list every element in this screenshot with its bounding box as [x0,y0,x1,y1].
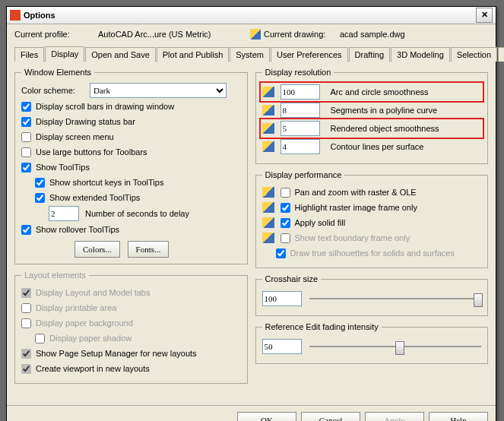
display-resolution-legend: Display resolution [262,68,334,77]
cb-page-setup-manager-label: Show Page Setup Manager for new layouts [36,349,197,358]
cb-largebuttons[interactable] [21,147,31,157]
layout-elements-legend: Layout elements [21,271,89,280]
cb-page-setup-manager[interactable] [21,349,31,359]
window-elements-group: Window Elements Color scheme: Dark Displ… [14,68,248,264]
display-performance-legend: Display performance [262,170,345,179]
crosshair-size-legend: Crosshair size [262,274,322,283]
cb-paper-background-label: Display paper background [36,318,133,328]
cb-rollover-tooltips-label: Show rollover ToolTips [36,225,119,234]
reference-edit-legend: Reference Edit fading intensity [262,322,382,331]
contour-lines-input[interactable] [281,139,320,154]
drawing-override-icon [262,87,274,97]
cb-pan-zoom[interactable] [281,188,290,198]
current-drawing-label: Current drawing: [264,30,340,39]
layout-elements-group: Layout elements Display Layout and Model… [14,271,248,384]
drawing-override-icon [262,187,274,198]
cb-tooltips-label: Show ToolTips [36,163,90,172]
color-scheme-label: Color scheme: [21,86,90,95]
tab-display[interactable]: Display [45,46,84,62]
tab-drafting[interactable]: Drafting [349,47,391,62]
cb-screenmenu-label: Display screen menu [36,132,114,141]
cb-silhouettes-label: Draw true silhouettes for solids and sur… [290,248,455,258]
tab-plot-publish[interactable]: Plot and Publish [157,47,230,62]
cb-rollover-tooltips[interactable] [21,225,31,235]
cb-text-frame-label: Show text boundary frame only [295,233,410,242]
tab-selection[interactable]: Selection [451,47,497,62]
segments-input[interactable] [281,103,320,118]
contour-lines-label: Contour lines per surface [331,142,424,151]
close-button[interactable]: ✕ [476,8,493,23]
current-profile-label: Current profile: [14,30,98,39]
refedit-fade-input[interactable] [262,339,302,354]
tabstrip: Files Display Open and Save Plot and Pub… [14,44,488,62]
cb-paper-shadow-label: Display paper shadow [49,334,132,343]
drawing-override-icon [262,105,274,116]
drawing-override-icon [262,123,274,134]
apply-button[interactable]: Apply [365,412,424,421]
tab-open-save[interactable]: Open and Save [85,47,155,62]
cb-shortcut-keys-label: Show shortcut keys in ToolTips [49,178,163,187]
cb-paper-shadow[interactable] [35,334,45,343]
cb-layout-model[interactable] [21,288,31,298]
cb-solid-fill-label: Apply solid fill [295,218,346,227]
tab-files[interactable]: Files [14,47,44,62]
cb-screenmenu[interactable] [21,132,31,142]
cb-text-frame[interactable] [281,233,290,243]
color-scheme-select[interactable]: Dark [90,83,227,98]
drawing-override-icon [262,202,274,213]
colors-button[interactable]: Colors... [74,241,120,258]
window-elements-legend: Window Elements [21,68,94,77]
drawing-override-icon [262,217,274,228]
tab-user-prefs[interactable]: User Preferences [271,47,348,62]
rendered-smoothness-label: Rendered object smoothness [331,124,439,133]
cb-scrollbars-label: Display scroll bars in drawing window [36,102,174,111]
tab-system[interactable]: System [230,47,270,62]
app-icon [10,10,21,21]
rendered-smoothness-input[interactable] [281,121,320,136]
cb-silhouettes[interactable] [276,248,286,258]
cb-shortcut-keys[interactable] [35,178,45,188]
tab-profiles[interactable]: Pro [498,47,504,62]
cb-solid-fill[interactable] [281,218,290,228]
tab-3d-modeling[interactable]: 3D Modeling [391,47,450,62]
fonts-button[interactable]: Fonts... [128,241,170,258]
cb-layout-model-label: Display Layout and Model tabs [36,288,150,297]
tooltip-delay-label: Number of seconds to delay [85,209,189,218]
crosshair-size-slider[interactable] [309,292,482,305]
current-drawing-value: acad sample.dwg [340,30,405,39]
drawing-override-icon [262,233,274,243]
titlebar: Options ✕ [7,7,496,24]
cancel-button[interactable]: Cancel [301,412,360,421]
arc-smoothness-label: Arc and circle smoothness [331,87,429,97]
display-resolution-group: Display resolution Arc and circle smooth… [255,68,489,164]
dialog-buttons: OK Cancel Apply Help [7,405,496,421]
cb-highlight-raster[interactable] [281,203,290,213]
cb-statusbar[interactable] [21,117,31,127]
display-performance-group: Display performance Pan and zoom with ra… [255,170,489,268]
crosshair-size-input[interactable] [262,291,302,306]
help-button[interactable]: Help [429,412,488,421]
cb-tooltips[interactable] [21,163,31,173]
cb-pan-zoom-label: Pan and zoom with raster & OLE [295,188,417,197]
refedit-fade-slider[interactable] [309,340,482,353]
current-profile-value: AutoCAD Arc...ure (US Metric) [98,30,250,39]
cb-scrollbars[interactable] [21,102,31,112]
segments-label: Segments in a polyline curve [331,106,438,115]
ok-button[interactable]: OK [237,412,296,421]
cb-highlight-raster-label: Highlight raster image frame only [295,203,417,212]
cb-paper-background[interactable] [21,318,31,328]
tooltip-delay-input[interactable] [49,206,79,221]
cb-largebuttons-label: Use large buttons for Toolbars [36,147,147,157]
reference-edit-group: Reference Edit fading intensity [255,322,489,364]
cb-printable-area[interactable] [21,303,31,313]
cb-extended-tooltips[interactable] [35,193,45,203]
drawing-icon [250,29,261,40]
arc-smoothness-input[interactable] [281,84,320,100]
crosshair-size-group: Crosshair size [255,274,489,316]
cb-statusbar-label: Display Drawing status bar [36,117,135,126]
window-title: Options [24,11,476,20]
cb-create-viewport[interactable] [21,364,31,374]
cb-printable-area-label: Display printable area [36,303,116,312]
profile-row: Current profile: AutoCAD Arc...ure (US M… [14,29,488,40]
cb-extended-tooltips-label: Show extended ToolTips [49,193,140,202]
